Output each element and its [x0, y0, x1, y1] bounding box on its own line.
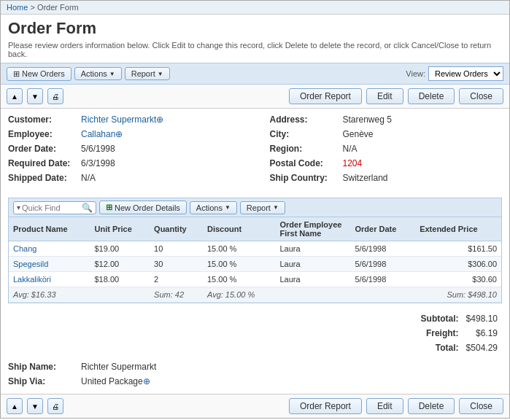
report-dropdown-button[interactable]: Report	[125, 67, 170, 80]
order-details-table: Product Name Unit Price Quantity Discoun…	[9, 217, 501, 303]
ship-name-label: Ship Name:	[8, 362, 81, 372]
region-value: N/A	[343, 144, 358, 154]
ship-left: Ship Name: Richter Supermarkt Ship Via: …	[8, 362, 241, 391]
new-orders-icon: ⊞	[13, 69, 20, 79]
cell-product-name[interactable]: Chang	[9, 241, 90, 257]
cell-unit-price: $19.00	[90, 241, 150, 257]
customer-value[interactable]: Richter Supermarkt	[81, 114, 156, 125]
print-button[interactable]: 🖨	[47, 88, 63, 104]
order-report-button[interactable]: Order Report	[289, 88, 362, 104]
subgrid-actions-button[interactable]: Actions	[190, 201, 237, 214]
address-label: Address:	[270, 114, 343, 125]
city-value: Genève	[343, 129, 374, 139]
bottom-close-button[interactable]: Close	[459, 398, 503, 414]
cell-order-date: 5/6/1998	[350, 272, 415, 287]
summary-empty2	[275, 287, 350, 303]
cell-product-name[interactable]: Lakkaliköri	[9, 272, 90, 287]
breadcrumb-separator: >	[30, 3, 36, 12]
details-section: Customer: Richter Supermarkt ⊕ Employee:…	[1, 109, 509, 193]
page-wrapper: Home > Order Form Order Form Please revi…	[0, 0, 510, 419]
breadcrumb-home[interactable]: Home	[7, 3, 28, 12]
edit-button[interactable]: Edit	[366, 88, 403, 104]
ship-name-row: Ship Name: Richter Supermarkt	[8, 362, 241, 372]
actions-dropdown-button[interactable]: Actions	[74, 67, 122, 80]
table-row: Lakkaliköri $18.00 2 15.00 % Laura 5/6/1…	[9, 272, 501, 287]
customer-label: Customer:	[8, 114, 81, 125]
col-order-date: Order Date	[350, 217, 415, 241]
page-description: Please review orders information below. …	[1, 39, 509, 63]
freight-label: Freight:	[418, 327, 462, 340]
new-order-details-button[interactable]: ⊞ New Order Details	[99, 201, 187, 214]
cell-extended-price: $161.50	[415, 241, 501, 257]
ship-via-row: Ship Via: United Package ⊕	[8, 376, 241, 386]
bottom-nav-down-button[interactable]: ▼	[27, 398, 43, 414]
subtotal-row: Subtotal: $498.10	[418, 312, 501, 325]
cell-order-date: 5/6/1998	[350, 257, 415, 272]
left-details: Customer: Richter Supermarkt ⊕ Employee:…	[8, 114, 241, 187]
subtotal-value: $498.10	[463, 312, 501, 325]
breadcrumb-current: Order Form	[37, 3, 79, 12]
employee-value[interactable]: Callahan	[81, 129, 115, 139]
new-order-details-icon: ⊞	[106, 203, 112, 212]
required-date-label: Required Date:	[8, 158, 81, 168]
search-icon[interactable]: 🔍	[82, 203, 93, 213]
region-label: Region:	[270, 144, 343, 154]
cell-quantity: 10	[150, 241, 203, 257]
table-header-row: Product Name Unit Price Quantity Discoun…	[9, 217, 501, 241]
col-employee-first-name: Order EmployeeFirst Name	[275, 217, 350, 241]
bottom-delete-button[interactable]: Delete	[408, 398, 455, 414]
ship-via-icon[interactable]: ⊕	[143, 376, 150, 386]
bottom-nav-up-button[interactable]: ▲	[7, 398, 23, 414]
col-quantity: Quantity	[150, 217, 203, 241]
right-details: Address: Starenweg 5 City: Genève Region…	[270, 114, 503, 187]
bottom-order-report-button[interactable]: Order Report	[289, 398, 362, 414]
new-order-details-label: New Order Details	[115, 203, 180, 212]
col-product-name: Product Name	[9, 217, 90, 241]
subgrid-actions-label: Actions	[196, 203, 223, 212]
ship-name-value: Richter Supermarkt	[81, 362, 156, 372]
col-unit-price: Unit Price	[90, 217, 150, 241]
bottom-edit-button[interactable]: Edit	[366, 398, 403, 414]
region-row: Region: N/A	[270, 144, 503, 154]
employee-info-icon[interactable]: ⊕	[115, 129, 123, 139]
shipped-date-row: Shipped Date: N/A	[8, 173, 241, 183]
actions-label: Actions	[81, 69, 107, 78]
city-label: City:	[270, 129, 343, 139]
required-date-row: Required Date: 6/3/1998	[8, 158, 241, 168]
cell-extended-price: $30.60	[415, 272, 501, 287]
cell-extended-price: $306.00	[415, 257, 501, 272]
table-row: Chang $19.00 10 15.00 % Laura 5/6/1998 $…	[9, 241, 501, 257]
breadcrumb: Home > Order Form	[1, 1, 509, 15]
new-orders-button[interactable]: ⊞ New Orders	[7, 67, 72, 81]
cell-discount: 15.00 %	[203, 272, 275, 287]
customer-row: Customer: Richter Supermarkt ⊕	[8, 114, 241, 125]
close-button[interactable]: Close	[459, 88, 503, 104]
quick-find-input[interactable]	[22, 203, 80, 212]
nav-up-button[interactable]: ▲	[7, 88, 23, 104]
delete-button[interactable]: Delete	[408, 88, 455, 104]
report-label: Report	[131, 69, 155, 78]
ship-via-label: Ship Via:	[8, 376, 81, 386]
view-select[interactable]: Review Orders	[428, 66, 503, 81]
page-title-bar: Order Form	[1, 15, 509, 39]
col-extended-price: Extended Price	[415, 217, 501, 241]
nav-down-button[interactable]: ▼	[27, 88, 43, 104]
bottom-action-toolbar: ▲ ▼ 🖨 Order Report Edit Delete Close	[1, 394, 509, 418]
summary-avg-discount: Avg: 15.00 %	[203, 287, 275, 303]
ship-right	[270, 362, 503, 391]
bottom-print-button[interactable]: 🖨	[47, 398, 63, 414]
cell-employee: Laura	[275, 257, 350, 272]
subgrid-toolbar: ▾ 🔍 ⊞ New Order Details Actions Report	[9, 198, 501, 217]
total-row: Total: $504.29	[418, 341, 501, 354]
dropdown-icon[interactable]: ▾	[17, 203, 20, 211]
employee-label: Employee:	[8, 129, 81, 139]
subgrid-report-button[interactable]: Report	[240, 201, 285, 214]
summary-avg-price: Avg: $16.33	[9, 287, 90, 303]
subtotal-label: Subtotal:	[418, 312, 462, 325]
ship-country-row: Ship Country: Switzerland	[270, 173, 503, 183]
address-row: Address: Starenweg 5	[270, 114, 503, 125]
cell-product-name[interactable]: Spegesild	[9, 257, 90, 272]
cell-order-date: 5/6/1998	[350, 241, 415, 257]
customer-info-icon[interactable]: ⊕	[156, 114, 163, 125]
quick-find-container: ▾ 🔍	[13, 201, 96, 214]
